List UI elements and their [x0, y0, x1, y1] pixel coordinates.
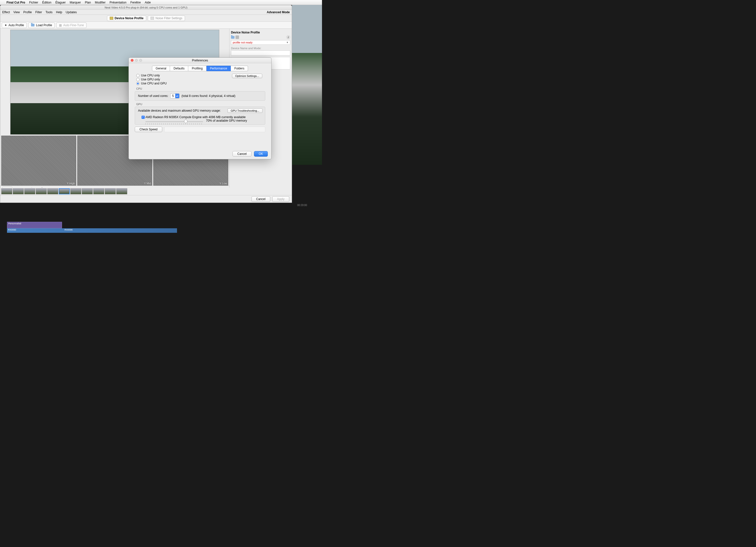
- check-speed-button[interactable]: Check Speed: [135, 127, 162, 132]
- check-speed-result: [164, 127, 265, 132]
- fcp-viewer-background: [292, 5, 322, 165]
- cores-stepper[interactable]: 5 ▴▾: [170, 93, 179, 98]
- profile-tab-icon: [110, 17, 113, 20]
- tab-device-noise-profile[interactable]: Device Noise Profile: [107, 15, 146, 21]
- radio-gpu-label: Use GPU only: [141, 78, 160, 81]
- prefs-tabs: General Defaults Profiling Performance F…: [129, 66, 271, 71]
- device-name-input[interactable]: [231, 50, 290, 55]
- menu-aide[interactable]: Aide: [145, 1, 151, 4]
- prefs-title-text: Preferences: [129, 59, 271, 62]
- tab-profiling[interactable]: Profiling: [188, 66, 206, 71]
- timeline-timecode: 00:20:00: [297, 204, 307, 207]
- frame-thumb[interactable]: [47, 188, 58, 194]
- side-folder-icon[interactable]: [231, 36, 235, 39]
- timeline-clip-video[interactable]: RX0090 RX0096: [7, 228, 177, 233]
- gpu-memory-percent: 70% of available GPU memory: [206, 119, 247, 122]
- prefs-cancel-button[interactable]: Cancel: [233, 151, 251, 157]
- frame-thumb[interactable]: [82, 188, 93, 194]
- zoom-icon: [139, 59, 142, 62]
- noise-mid-label: Y Mid: [144, 182, 151, 185]
- tab-defaults[interactable]: Defaults: [170, 66, 188, 71]
- tab-folders[interactable]: Folders: [231, 66, 248, 71]
- plugin-main-tabs: Device Noise Profile Noise Filter Settin…: [0, 15, 292, 22]
- frame-thumb[interactable]: [13, 188, 24, 194]
- frame-thumb[interactable]: [70, 188, 81, 194]
- noise-preview-high[interactable]: Y High: [1, 136, 76, 186]
- menu-fenetre[interactable]: Fenêtre: [131, 1, 141, 4]
- stepper-arrows-icon[interactable]: ▴▾: [175, 94, 179, 98]
- gpu-device-checkbox[interactable]: [141, 116, 145, 119]
- app-name[interactable]: Final Cut Pro: [7, 1, 25, 4]
- device-name-label: Device Name and Mode:: [231, 47, 290, 50]
- cores-info: (total 8 cores found: 4 physical, 4 virt…: [181, 94, 235, 98]
- menu-elaguer[interactable]: Élaguer: [55, 1, 65, 4]
- advanced-mode-label[interactable]: Advanced Mode: [267, 10, 290, 14]
- chevron-down-icon: ▼: [286, 41, 289, 44]
- prefs-ok-button[interactable]: OK: [254, 151, 268, 157]
- frame-thumb[interactable]: [116, 188, 127, 194]
- frame-thumb[interactable]: [24, 188, 35, 194]
- info-icon[interactable]: i: [286, 35, 290, 39]
- frame-thumb[interactable]: [36, 188, 47, 194]
- menu-marquer[interactable]: Marquer: [70, 1, 81, 4]
- menu-modifier[interactable]: Modifier: [95, 1, 105, 4]
- profile-toolbar: ✦ Auto Profile Load Profile ▦ Auto Fine-…: [0, 22, 292, 29]
- close-icon[interactable]: [131, 59, 133, 62]
- menu-help[interactable]: Help: [56, 10, 62, 14]
- tune-icon: ▦: [59, 23, 62, 27]
- load-profile-button[interactable]: Load Profile: [28, 22, 55, 28]
- frame-thumb[interactable]: [1, 188, 12, 194]
- clip-a-label: RX0090: [8, 229, 16, 231]
- noise-high-label: Y High: [67, 182, 75, 185]
- gpu-group: GPU Troubleshooting... Available devices…: [135, 107, 265, 125]
- traffic-lights: [131, 59, 142, 62]
- gpu-device-name: AMD Radeon R9 M395X Compute Engine with …: [145, 115, 246, 119]
- cores-value: 5: [171, 94, 175, 98]
- menu-edition[interactable]: Édition: [42, 1, 51, 4]
- filter-tab-icon: [151, 17, 154, 20]
- tab-general[interactable]: General: [152, 66, 170, 71]
- radio-cpu-label: Use CPU only: [141, 74, 160, 77]
- tab-noise-filter-settings[interactable]: Noise Filter Settings: [148, 15, 185, 21]
- plugin-menubar: Effect View Profile Filter Tools Help Up…: [0, 10, 292, 15]
- preferences-dialog: Preferences General Defaults Profiling P…: [129, 57, 271, 159]
- timeline-clip-effect[interactable]: Personnalisé: [7, 222, 62, 228]
- plugin-cancel-button[interactable]: Cancel: [251, 196, 270, 202]
- menu-filter[interactable]: Filter: [35, 10, 42, 14]
- optimize-settings-button[interactable]: Optimize Settings...: [232, 74, 262, 78]
- menu-view[interactable]: View: [13, 10, 20, 14]
- side-disk-icon[interactable]: [235, 35, 239, 39]
- frame-thumbnails: [0, 188, 292, 195]
- auto-finetune-label: Auto Fine-Tune: [63, 23, 84, 27]
- radio-gpu-only[interactable]: Use GPU only: [136, 78, 267, 81]
- frame-thumb-selected[interactable]: [59, 188, 70, 194]
- plugin-footer: Cancel Apply: [0, 195, 292, 203]
- tab-performance[interactable]: Performance: [207, 66, 231, 71]
- gpu-memory-slider[interactable]: [145, 121, 203, 122]
- frame-thumb[interactable]: [105, 188, 116, 194]
- menu-plan[interactable]: Plan: [85, 1, 91, 4]
- auto-profile-label: Auto Profile: [9, 23, 24, 27]
- menu-fichier[interactable]: Fichier: [29, 1, 38, 4]
- prefs-titlebar[interactable]: Preferences: [129, 58, 271, 63]
- frame-thumb[interactable]: [93, 188, 104, 194]
- auto-profile-button[interactable]: ✦ Auto Profile: [2, 22, 27, 28]
- fcp-timeline: 00:20:00 Personnalisé RX0090 RX0096: [0, 203, 322, 233]
- tab-profile-label: Device Noise Profile: [115, 16, 143, 20]
- gpu-troubleshooting-button[interactable]: GPU Troubleshooting...: [227, 108, 263, 113]
- plugin-apply-button: Apply: [272, 196, 289, 202]
- minimize-icon: [135, 59, 138, 62]
- gpu-section-label: GPU: [136, 103, 267, 106]
- profile-status-text: profile not ready: [233, 41, 253, 44]
- menu-presentation[interactable]: Présentation: [109, 1, 126, 4]
- side-title: Device Noise Profile: [231, 31, 290, 34]
- cpu-section-label: CPU: [136, 87, 267, 90]
- load-profile-label: Load Profile: [36, 23, 52, 27]
- profile-status-dropdown[interactable]: profile not ready ▼: [231, 40, 290, 45]
- menu-tools[interactable]: Tools: [45, 10, 53, 14]
- menu-effect[interactable]: Effect: [2, 10, 10, 14]
- menu-updates[interactable]: Updates: [66, 10, 77, 14]
- radio-cpu-and-gpu[interactable]: Use CPU and GPU: [136, 82, 267, 85]
- plugin-titlebar: Neat Video 4.5.0 Pro plug-in (64-bit; us…: [0, 5, 292, 10]
- menu-profile[interactable]: Profile: [23, 10, 32, 14]
